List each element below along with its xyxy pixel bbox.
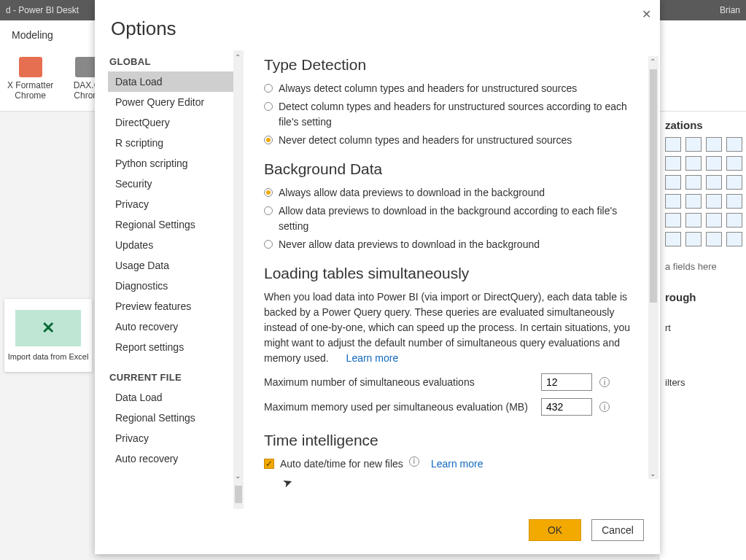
- viz-type[interactable]: [665, 194, 681, 209]
- visualizations-panel: zations a fields here rough rt ilters: [658, 112, 746, 560]
- info-icon[interactable]: i: [409, 456, 419, 467]
- chevron-up-icon[interactable]: ⌃: [650, 58, 656, 66]
- drill-heading: rough: [665, 291, 740, 303]
- report-suffix: rt: [665, 322, 740, 333]
- radio-icon: [264, 102, 273, 111]
- nav-global-updates[interactable]: Updates: [108, 235, 242, 255]
- formatter-icon: [19, 57, 42, 77]
- import-excel-card[interactable]: Import data from Excel: [4, 299, 92, 372]
- filters-suffix: ilters: [665, 377, 740, 388]
- viz-type[interactable]: [665, 213, 681, 228]
- info-icon[interactable]: i: [599, 377, 610, 387]
- max-mem-input[interactable]: [541, 398, 592, 416]
- section-time-intel: Time intelligence: [264, 432, 644, 449]
- ribbon-btn-formatter[interactable]: X Formatter Chrome: [7, 57, 53, 101]
- viz-type[interactable]: [706, 213, 722, 228]
- checkbox-icon: [264, 459, 274, 469]
- nav-heading-current: CURRENT FILE: [108, 366, 242, 387]
- nav-global-directquery[interactable]: DirectQuery: [108, 112, 242, 133]
- radio-bg-0[interactable]: Always allow data previews to download i…: [264, 185, 644, 200]
- nav-global-pqe[interactable]: Power Query Editor: [108, 92, 242, 112]
- radio-type-0[interactable]: Always detect column types and headers f…: [264, 81, 644, 96]
- auto-date-checkbox-row[interactable]: Auto date/time for new files i Learn mor…: [264, 456, 644, 471]
- nav-global-privacy[interactable]: Privacy: [108, 194, 242, 214]
- nav-scrollbar[interactable]: ⌃ ⌄: [233, 50, 244, 509]
- radio-bg-1[interactable]: Allow data previews to download in the b…: [264, 203, 644, 233]
- radio-bg-2[interactable]: Never allow data previews to download in…: [264, 237, 644, 252]
- viz-type[interactable]: [665, 175, 681, 190]
- max-eval-label: Maximum number of simultaneous evaluatio…: [264, 376, 534, 388]
- dialog-title: Options: [95, 0, 660, 50]
- radio-icon: [264, 84, 273, 93]
- nav-global-report[interactable]: Report settings: [108, 337, 242, 357]
- viz-type[interactable]: [726, 156, 742, 171]
- nav-current-data-load[interactable]: Data Load: [108, 387, 242, 408]
- nav-global-python[interactable]: Python scripting: [108, 153, 242, 174]
- info-icon[interactable]: i: [599, 402, 610, 412]
- chevron-up-icon[interactable]: ⌃: [235, 53, 241, 61]
- cancel-button[interactable]: Cancel: [591, 519, 644, 541]
- excel-icon: [15, 310, 81, 346]
- section-loading-tables: Loading tables simultaneously: [264, 265, 644, 282]
- viz-type[interactable]: [726, 175, 742, 190]
- radio-icon: [264, 188, 273, 197]
- options-nav: GLOBAL Data Load Power Query Editor Dire…: [108, 50, 244, 509]
- nav-current-auto-recovery[interactable]: Auto recovery: [108, 448, 242, 469]
- viz-type[interactable]: [706, 232, 722, 246]
- title-right: Brian: [720, 5, 740, 15]
- options-dialog: ✕ Options GLOBAL Data Load Power Query E…: [95, 0, 660, 554]
- learn-more-link[interactable]: Learn more: [431, 456, 483, 471]
- viz-type[interactable]: [706, 175, 722, 190]
- viz-type[interactable]: [726, 194, 742, 209]
- viz-type[interactable]: [665, 156, 681, 171]
- nav-global-diagnostics[interactable]: Diagnostics: [108, 276, 242, 296]
- excel-card-label: Import data from Excel: [8, 352, 89, 361]
- nav-global-security[interactable]: Security: [108, 174, 242, 194]
- viz-type[interactable]: [665, 232, 681, 246]
- radio-icon: [264, 206, 273, 215]
- viz-type[interactable]: [726, 137, 742, 152]
- radio-type-1[interactable]: Detect column types and headers for unst…: [264, 99, 644, 129]
- viz-type[interactable]: [685, 156, 702, 171]
- section-background-data: Background Data: [264, 160, 644, 178]
- viz-type[interactable]: [706, 137, 722, 152]
- content-scroll-thumb[interactable]: [650, 69, 657, 303]
- nav-scroll-thumb[interactable]: [235, 486, 242, 503]
- content-scrollbar[interactable]: ⌃ ⌄: [648, 56, 658, 479]
- nav-global-regional[interactable]: Regional Settings: [108, 214, 242, 235]
- nav-global-auto-recovery[interactable]: Auto recovery: [108, 316, 242, 337]
- ok-button[interactable]: OK: [529, 519, 581, 541]
- max-mem-label: Maximum memory used per simultaneous eva…: [264, 401, 534, 413]
- viz-type[interactable]: [726, 232, 742, 246]
- max-eval-input[interactable]: [541, 373, 592, 391]
- nav-current-privacy[interactable]: Privacy: [108, 428, 242, 448]
- viz-type[interactable]: [685, 137, 702, 152]
- chevron-down-icon[interactable]: ⌄: [650, 470, 656, 478]
- radio-type-2[interactable]: Never detect column types and headers fo…: [264, 133, 644, 147]
- viz-type[interactable]: [706, 156, 722, 171]
- viz-type[interactable]: [706, 194, 722, 209]
- section-type-detection: Type Detection: [264, 56, 644, 74]
- viz-type[interactable]: [726, 213, 742, 228]
- nav-global-preview[interactable]: Preview features: [108, 296, 242, 316]
- viz-type[interactable]: [685, 232, 702, 246]
- fields-hint: a fields here: [665, 261, 740, 272]
- learn-more-link[interactable]: Learn more: [346, 352, 399, 364]
- nav-global-data-load[interactable]: Data Load: [108, 71, 242, 92]
- viz-heading: zations: [665, 119, 740, 131]
- radio-icon: [264, 240, 273, 249]
- viz-grid: [665, 137, 740, 246]
- nav-heading-global: GLOBAL: [108, 50, 242, 71]
- viz-type[interactable]: [665, 137, 681, 152]
- viz-type[interactable]: [685, 194, 702, 209]
- viz-type[interactable]: [685, 175, 702, 190]
- loading-desc: When you load data into Power BI (via im…: [264, 291, 630, 364]
- nav-global-usage[interactable]: Usage Data: [108, 255, 242, 276]
- nav-global-r[interactable]: R scripting: [108, 133, 242, 153]
- title-left: d - Power BI Deskt: [6, 5, 79, 15]
- dialog-footer: OK Cancel: [95, 509, 660, 554]
- viz-type[interactable]: [685, 213, 702, 228]
- nav-current-regional[interactable]: Regional Settings: [108, 408, 242, 428]
- close-icon[interactable]: ✕: [642, 7, 651, 21]
- chevron-down-icon[interactable]: ⌄: [235, 472, 241, 480]
